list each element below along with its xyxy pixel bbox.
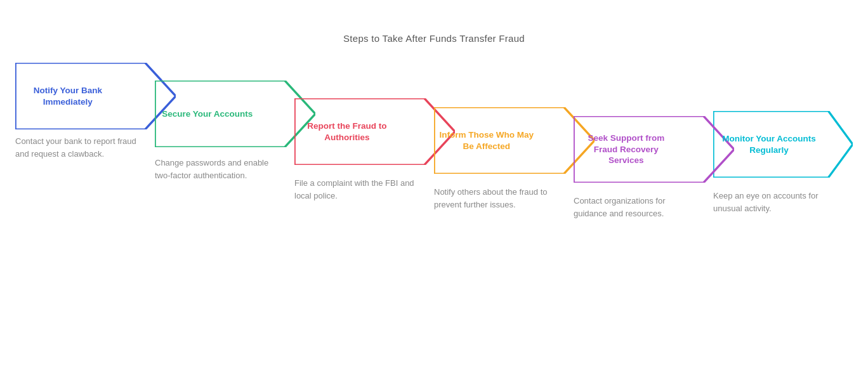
page-title: Steps to Take After Funds Transfer Fraud [343,33,525,44]
step-col-3: Report the Fraud to AuthoritiesFile a co… [294,63,434,202]
step-label-5: Seek Support from Fraud Recovery Service… [574,116,683,183]
step-col-6: Monitor Your Accounts RegularlyKeep an e… [713,63,853,215]
step-desc-3: File a complaint with the FBI and local … [294,177,427,202]
step-desc-2: Change passwords and enable two-factor a… [155,157,287,182]
step-col-4: Inform Those Who May Be AffectedNotify o… [434,63,574,211]
step-desc-5: Contact organizations for guidance and r… [574,195,706,220]
step-col-2: Secure Your AccountsChange passwords and… [155,63,294,182]
step-label-6: Monitor Your Accounts Regularly [713,111,825,178]
step-label-4: Inform Those Who May Be Affected [434,107,543,174]
step-desc-6: Keep an eye on accounts for unusual acti… [713,190,846,215]
diagram-container: Notify Your Bank ImmediatelyContact your… [15,63,853,220]
step-label-2: Secure Your Accounts [155,81,264,147]
step-desc-4: Notify others about the fraud to prevent… [434,186,567,211]
step-col-5: Seek Support from Fraud Recovery Service… [574,63,713,220]
step-desc-1: Contact your bank to report fraud and re… [15,135,148,160]
step-label-3: Report the Fraud to Authorities [294,98,404,165]
step-label-1: Notify Your Bank Immediately [15,63,124,129]
step-col-1: Notify Your Bank ImmediatelyContact your… [15,63,155,160]
